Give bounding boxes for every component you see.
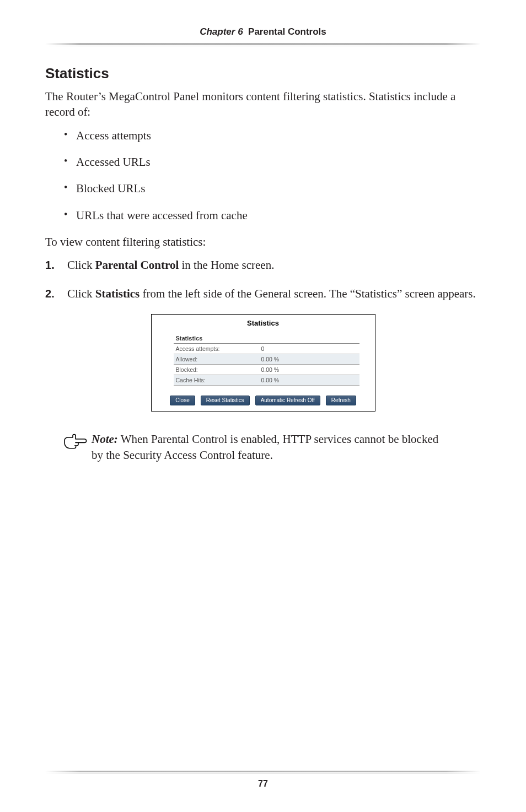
note-block: Note: When Parental Control is enabled, …: [63, 431, 481, 463]
footer-rule: [45, 771, 481, 772]
page-number: 77: [45, 779, 481, 789]
list-item-text: Accessed URLs: [76, 155, 151, 169]
step-text-post: from the left side of the General screen…: [139, 287, 476, 300]
table-row: Cache Hits: 0.00 %: [174, 375, 359, 386]
stat-value: 0: [259, 344, 359, 354]
refresh-button[interactable]: Refresh: [326, 396, 356, 405]
panel-title: Statistics: [152, 315, 375, 334]
intro-paragraph: The Router’s MegaControl Panel monitors …: [45, 89, 481, 120]
list-item: Blocked URLs: [76, 181, 481, 196]
stat-value: 0.00 %: [259, 375, 359, 386]
footer-rule-thin: [45, 773, 481, 773]
statistics-panel: Statistics Statistics Access attempts: 0…: [151, 314, 375, 412]
header-rule-thin: [45, 46, 481, 46]
close-button[interactable]: Close: [170, 396, 195, 405]
stat-value: 0.00 %: [259, 365, 359, 375]
table-row: Access attempts: 0: [174, 344, 359, 354]
reset-statistics-button[interactable]: Reset Statistics: [201, 396, 250, 405]
stat-label: Blocked:: [174, 365, 259, 375]
steps-list: Click Parental Control in the Home scree…: [45, 257, 481, 302]
header-rule: [45, 43, 481, 45]
statistics-table: Access attempts: 0 Allowed: 0.00 % Block…: [174, 344, 359, 386]
section-heading: Statistics: [45, 65, 481, 82]
table-row: Allowed: 0.00 %: [174, 354, 359, 365]
stat-label: Cache Hits:: [174, 375, 259, 386]
chapter-title: Parental Controls: [248, 26, 326, 37]
stat-value: 0.00 %: [259, 354, 359, 365]
note-body: When Parental Control is enabled, HTTP s…: [92, 432, 438, 461]
list-item-text: URLs that were accessed from cache: [76, 209, 248, 222]
automatic-refresh-button[interactable]: Automatic Refresh Off: [255, 396, 320, 405]
list-item-text: Blocked URLs: [76, 182, 145, 195]
step-text-post: in the Home screen.: [179, 258, 274, 272]
bullet-list: Access attempts Accessed URLs Blocked UR…: [45, 128, 481, 223]
pointing-hand-icon: [63, 434, 87, 449]
running-head: Chapter 6 Parental Controls: [45, 26, 481, 37]
stat-label: Allowed:: [174, 354, 259, 365]
note-label: Note:: [92, 432, 118, 446]
lead-in: To view content filtering statistics:: [45, 234, 481, 250]
panel-button-row: Close Reset Statistics Automatic Refresh…: [152, 389, 375, 411]
step-item: Click Statistics from the left side of t…: [45, 286, 481, 302]
list-item-text: Access attempts: [76, 129, 151, 142]
note-text: Note: When Parental Control is enabled, …: [92, 431, 444, 463]
chapter-label: Chapter 6: [200, 26, 243, 37]
step-text-pre: Click: [67, 258, 95, 272]
panel-subhead: Statistics: [174, 334, 359, 344]
step-text-pre: Click: [67, 287, 95, 300]
stat-label: Access attempts:: [174, 344, 259, 354]
table-row: Blocked: 0.00 %: [174, 365, 359, 375]
step-text-bold: Parental Control: [95, 258, 179, 272]
list-item: Access attempts: [76, 128, 481, 143]
list-item: Accessed URLs: [76, 154, 481, 170]
step-text-bold: Statistics: [95, 287, 140, 300]
list-item: URLs that were accessed from cache: [76, 208, 481, 223]
step-item: Click Parental Control in the Home scree…: [45, 257, 481, 273]
